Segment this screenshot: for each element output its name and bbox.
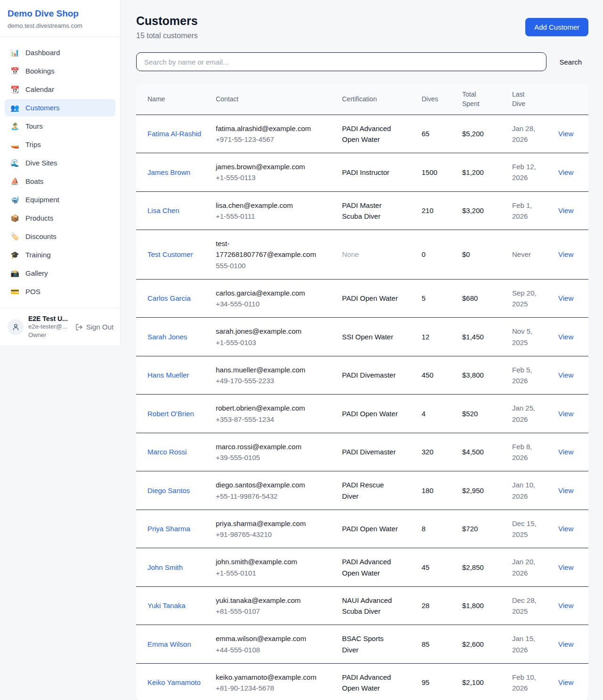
customer-certification: SSI Open Water (342, 318, 422, 356)
sidebar-item-gallery[interactable]: 📸 Gallery (5, 264, 115, 282)
customer-contact: lisa.chen@example.com +1-555-0111 (216, 191, 342, 230)
shop-name: Demo Dive Shop (8, 8, 113, 19)
customer-total-spent: $5,200 (462, 115, 512, 153)
search-input[interactable] (136, 52, 546, 71)
customer-total-spent: $520 (462, 395, 512, 433)
view-link[interactable]: View (558, 448, 573, 456)
column-header-dives: Dives (422, 84, 462, 115)
table-row: Keiko Yamamoto keiko.yamamoto@example.co… (136, 663, 588, 700)
customer-last-dive: Feb 1, 2026 (512, 191, 558, 230)
customer-name-link[interactable]: Emma Wilson (147, 640, 191, 648)
customer-total-spent: $2,850 (462, 548, 512, 587)
customer-email: hans.mueller@example.com (216, 364, 323, 375)
customer-name-link[interactable]: Diego Santos (147, 486, 190, 494)
view-link[interactable]: View (558, 294, 573, 302)
add-customer-button[interactable]: Add Customer (525, 18, 588, 36)
customer-name-link[interactable]: Test Customer (147, 250, 193, 258)
main-content: Customers 15 total customers Add Custome… (121, 0, 603, 700)
customers-table: Name Contact Certification Dives Total S… (136, 84, 588, 700)
sidebar-item-discounts[interactable]: 🏷️ Discounts (5, 228, 115, 245)
table-row: Sarah Jones sarah.jones@example.com +1-5… (136, 318, 588, 356)
sidebar-item-equipment[interactable]: 🤿 Equipment (5, 191, 115, 208)
view-link[interactable]: View (558, 563, 573, 571)
customer-name-link[interactable]: Fatima Al-Rashid (147, 130, 201, 138)
sidebar-item-training[interactable]: 🎓 Training (5, 246, 115, 264)
sidebar-item-customers[interactable]: 👥 Customers (5, 99, 115, 116)
sidebar-item-dashboard[interactable]: 📊 Dashboard (5, 44, 115, 61)
customer-total-spent: $2,950 (462, 471, 512, 510)
table-row: Lisa Chen lisa.chen@example.com +1-555-0… (136, 191, 588, 230)
sidebar-item-trips[interactable]: 🚤 Trips (5, 136, 115, 153)
customer-contact: keiko.yamamoto@example.com +81-90-1234-5… (216, 663, 342, 700)
view-link[interactable]: View (558, 640, 573, 648)
sign-out-button[interactable]: Sign Out (75, 323, 114, 331)
customer-name-link[interactable]: James Brown (147, 168, 190, 176)
view-link[interactable]: View (558, 371, 573, 379)
view-link[interactable]: View (558, 130, 573, 138)
sidebar-item-products[interactable]: 📦 Products (5, 209, 115, 227)
user-name: E2E Test U... (28, 315, 71, 322)
view-link[interactable]: View (558, 525, 573, 533)
view-link[interactable]: View (558, 678, 573, 686)
customer-dives: 1500 (422, 153, 462, 192)
page-title: Customers (136, 14, 198, 28)
sidebar-item-boats[interactable]: ⛵ Boats (5, 173, 115, 190)
customer-email: james.brown@example.com (216, 161, 323, 172)
customer-phone: 555-0100 (216, 260, 323, 271)
column-header-total-spent: Total Spent (462, 84, 512, 115)
customer-name-link[interactable]: Carlos Garcia (147, 294, 191, 302)
sidebar-item-pos[interactable]: 💳 POS (5, 283, 115, 300)
view-link[interactable]: View (558, 168, 573, 176)
customer-certification: PADI Advanced Open Water (342, 548, 422, 587)
sidebar-item-bookings[interactable]: 📅 Bookings (5, 62, 115, 80)
view-link[interactable]: View (558, 601, 573, 609)
sign-out-label: Sign Out (86, 323, 114, 331)
customer-total-spent: $3,800 (462, 356, 512, 395)
customer-dives: 65 (422, 115, 462, 153)
customer-phone: +55-11-99876-5432 (216, 491, 323, 502)
customer-total-spent: $2,600 (462, 625, 512, 664)
customer-certification: PADI Instructor (342, 153, 422, 192)
customer-dives: 85 (422, 625, 462, 664)
customer-name-link[interactable]: Keiko Yamamoto (147, 678, 201, 686)
customer-name-link[interactable]: Robert O'Brien (147, 410, 194, 418)
person-icon (12, 323, 20, 331)
customer-dives: 45 (422, 548, 462, 587)
customer-name-link[interactable]: Marco Rossi (147, 448, 187, 456)
customer-email: robert.obrien@example.com (216, 403, 323, 413)
customer-name-link[interactable]: Sarah Jones (147, 333, 187, 341)
table-row: Priya Sharma priya.sharma@example.com +9… (136, 510, 588, 548)
speedboat-icon: 🚤 (10, 141, 19, 148)
sidebar-item-calendar[interactable]: 📆 Calendar (5, 81, 115, 98)
customer-name-link[interactable]: Lisa Chen (147, 206, 179, 214)
table-row: Carlos Garcia carlos.garcia@example.com … (136, 279, 588, 318)
customer-contact: sarah.jones@example.com +1-555-0103 (216, 318, 342, 356)
search-button[interactable]: Search (546, 58, 588, 66)
graduation-cap-icon: 🎓 (10, 251, 19, 258)
customer-email: carlos.garcia@example.com (216, 288, 323, 298)
sidebar-item-dive-sites[interactable]: 🌊 Dive Sites (5, 154, 115, 172)
customer-phone: +971-55-123-4567 (216, 134, 323, 145)
customer-email: lisa.chen@example.com (216, 200, 323, 211)
customer-contact: fatima.alrashid@example.com +971-55-123-… (216, 115, 342, 153)
customer-name-link[interactable]: Hans Mueller (147, 371, 189, 379)
customer-contact: robert.obrien@example.com +353-87-555-12… (216, 395, 342, 433)
view-link[interactable]: View (558, 250, 573, 258)
customer-certification: PADI Open Water (342, 510, 422, 548)
table-row: John Smith john.smith@example.com +1-555… (136, 548, 588, 587)
customer-phone: +1-555-0111 (216, 211, 323, 222)
column-header-contact: Contact (216, 84, 342, 115)
customer-phone: +81-90-1234-5678 (216, 683, 323, 693)
customer-name-link[interactable]: John Smith (147, 563, 183, 571)
brand-header: Demo Dive Shop demo.test.divestreams.com (0, 0, 120, 37)
customer-name-link[interactable]: Yuki Tanaka (147, 601, 186, 609)
customer-last-dive: Feb 5, 2026 (512, 356, 558, 395)
view-link[interactable]: View (558, 206, 573, 214)
customer-last-dive: Jan 15, 2026 (512, 625, 558, 664)
view-link[interactable]: View (558, 410, 573, 418)
view-link[interactable]: View (558, 486, 573, 494)
table-row: Diego Santos diego.santos@example.com +5… (136, 471, 588, 510)
sidebar-item-tours[interactable]: 🏝️ Tours (5, 117, 115, 135)
customer-name-link[interactable]: Priya Sharma (147, 525, 190, 533)
view-link[interactable]: View (558, 333, 573, 341)
